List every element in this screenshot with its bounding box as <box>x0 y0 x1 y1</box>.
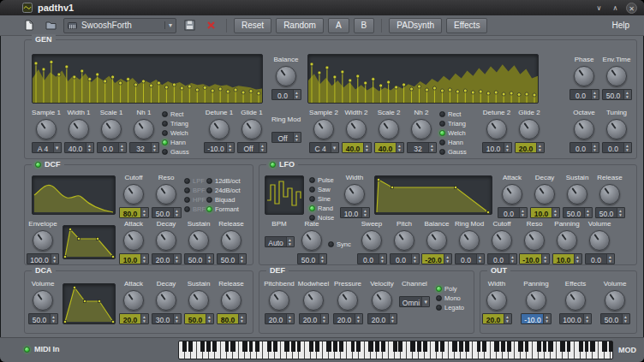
gen-glide1-knob[interactable] <box>242 119 262 139</box>
spin-down-icon[interactable]: ▾ <box>143 319 146 323</box>
gen-detune1-spinbox[interactable]: -10.0▴▾ <box>204 142 234 153</box>
radio-gauss[interactable]: Gauss <box>162 148 189 156</box>
gen-detune1-knob[interactable] <box>209 119 230 139</box>
radio-rect[interactable]: Rect <box>439 110 467 118</box>
spectrum-display-2[interactable] <box>307 54 539 104</box>
def-pressure-knob[interactable] <box>337 290 358 311</box>
radio-biquad[interactable]: Biquad <box>206 196 241 204</box>
spin-down-icon[interactable]: ▾ <box>619 213 622 217</box>
dca-sustain-knob[interactable] <box>188 290 209 311</box>
gen-glide1-spinbox[interactable]: Off▴▾ <box>237 142 267 153</box>
spin-down-icon[interactable]: ▾ <box>121 148 123 152</box>
spin-down-icon[interactable]: ▾ <box>88 148 91 152</box>
lfo-release-knob[interactable] <box>599 184 620 205</box>
spinner-arrows[interactable]: ▴▾ <box>583 314 591 323</box>
gen-octave-spinbox[interactable]: 0.0▴▾ <box>569 142 599 153</box>
radio-formant[interactable]: Formant <box>206 205 241 213</box>
dcf-envelope-display[interactable] <box>63 225 116 259</box>
spin-down-icon[interactable]: ▾ <box>431 148 433 152</box>
radio-poly[interactable]: Poly <box>436 285 464 293</box>
dca-envelope-display[interactable] <box>63 283 116 324</box>
radio-bpf[interactable]: BPF <box>184 187 206 194</box>
lfo-volume-spinbox[interactable]: 0.0▴▾ <box>585 253 615 264</box>
radio-welch[interactable]: Welch <box>162 129 189 137</box>
gen-nh2-knob[interactable] <box>411 119 432 139</box>
dca-volume-spinbox[interactable]: 50.0▴▾ <box>28 313 58 324</box>
spin-down-icon[interactable]: ▾ <box>381 259 384 264</box>
spinner-arrows[interactable]: ▴▾ <box>118 143 126 152</box>
spin-down-icon[interactable]: ▾ <box>241 319 243 323</box>
dcf-release-spinbox[interactable]: 50.0▴▾ <box>217 253 247 264</box>
out-volume-spinbox[interactable]: 50.0▴▾ <box>600 313 630 324</box>
spinner-arrows[interactable]: ▴▾ <box>389 314 397 323</box>
gen-phase-knob[interactable] <box>574 66 594 86</box>
spinner-arrows[interactable]: ▴▾ <box>173 314 181 323</box>
preset-b-button[interactable]: B <box>354 18 375 33</box>
gen-width1-spinbox[interactable]: 40.0▴▾ <box>64 142 94 153</box>
spinner-arrows[interactable]: ▴▾ <box>541 254 549 264</box>
spinner-arrows[interactable]: ▴▾ <box>543 314 551 323</box>
spin-down-icon[interactable]: ▾ <box>321 259 324 264</box>
dcf-cutoff-knob[interactable] <box>123 184 144 205</box>
spinner-arrows[interactable]: ▴▾ <box>504 143 511 152</box>
dcf-decay-knob[interactable] <box>156 230 176 251</box>
lfo-width-spinbox[interactable]: 10.0▴▾ <box>340 207 370 218</box>
dcf-decay-spinbox[interactable]: 20.0▴▾ <box>152 253 182 264</box>
lfo-cutoff-spinbox[interactable]: 0.0▴▾ <box>487 253 517 264</box>
out-panning-spinbox[interactable]: -10.0▴▾ <box>521 313 551 324</box>
spin-down-icon[interactable]: ▾ <box>544 259 546 264</box>
dropdown-arrow-icon[interactable]: ▾ <box>421 297 429 306</box>
spinner-arrows[interactable]: ▴▾ <box>519 208 527 217</box>
radio-mono[interactable]: Mono <box>436 294 464 302</box>
dcf-attack-knob[interactable] <box>123 230 144 251</box>
radio-sine[interactable]: Sine <box>309 195 334 203</box>
spin-down-icon[interactable]: ▾ <box>208 259 211 264</box>
gen-detune2-knob[interactable] <box>486 119 507 139</box>
spinner-arrows[interactable]: ▴▾ <box>363 143 371 152</box>
spinner-arrows[interactable]: ▴▾ <box>504 314 511 323</box>
spin-down-icon[interactable]: ▾ <box>479 259 481 264</box>
spinner-arrows[interactable]: ▴▾ <box>536 143 544 152</box>
spinner-arrows[interactable]: ▴▾ <box>623 90 631 99</box>
def-velocity-knob[interactable] <box>372 290 392 311</box>
random-button[interactable]: Random <box>276 18 324 33</box>
lfo-wave-display[interactable] <box>265 175 304 215</box>
lfo-bpm-spinbox[interactable]: Auto▴▾ <box>265 236 295 247</box>
spinner-arrows[interactable]: ▴▾ <box>574 254 581 264</box>
spinner-arrows[interactable]: ▴▾ <box>411 254 419 264</box>
preset-combo[interactable]: SwooshForth ▾ <box>63 18 176 33</box>
lfo-decay-spinbox[interactable]: 10.0▴▾ <box>530 207 560 218</box>
effects-tab-button[interactable]: Effects <box>446 18 487 33</box>
spinner-arrows[interactable]: ▴▾ <box>361 208 369 217</box>
midi-in-indicator[interactable]: MIDI In <box>24 345 60 353</box>
spinner-arrows[interactable]: ▴▾ <box>591 90 599 99</box>
gen-scale2-spinbox[interactable]: 40.0▴▾ <box>374 142 404 153</box>
gen-scale1-spinbox[interactable]: 0.0▴▾ <box>97 142 127 153</box>
radio-welch[interactable]: Welch <box>439 129 467 137</box>
lfo-ringmod-spinbox[interactable]: 0.0▴▾ <box>455 253 485 264</box>
lfo-sustain-knob[interactable] <box>567 184 587 205</box>
spin-down-icon[interactable]: ▾ <box>143 213 146 217</box>
out-width-knob[interactable] <box>486 290 507 311</box>
spinner-arrows[interactable]: ▴▾ <box>206 254 213 264</box>
help-button[interactable]: Help <box>604 18 637 33</box>
lfo-sweep-spinbox[interactable]: 0.0▴▾ <box>357 253 387 264</box>
spin-down-icon[interactable]: ▾ <box>511 259 514 264</box>
spinner-arrows[interactable]: ▴▾ <box>286 237 294 246</box>
spin-down-icon[interactable]: ▾ <box>143 259 146 264</box>
spinner-arrows[interactable]: ▴▾ <box>319 254 326 264</box>
spin-down-icon[interactable]: ▾ <box>506 148 509 152</box>
spin-down-icon[interactable]: ▾ <box>176 259 178 264</box>
lfo-panning-spinbox[interactable]: 10.0▴▾ <box>552 253 582 264</box>
out-width-spinbox[interactable]: 20.0▴▾ <box>482 313 512 324</box>
def-modwheel-knob[interactable] <box>303 290 324 311</box>
out-volume-knob[interactable] <box>605 290 625 311</box>
dcf-reso-knob[interactable] <box>156 184 176 205</box>
spinner-arrows[interactable]: ▴▾ <box>396 143 403 152</box>
dcf-release-knob[interactable] <box>221 230 242 251</box>
spin-down-icon[interactable]: ▾ <box>586 319 588 323</box>
gen-balance-spinbox[interactable]: 0.0▴▾ <box>271 89 301 100</box>
spinner-arrows[interactable]: ▴▾ <box>286 314 294 323</box>
lfo-sweep-knob[interactable] <box>361 230 382 251</box>
gen-phase-spinbox[interactable]: 0.0▴▾ <box>569 89 599 100</box>
